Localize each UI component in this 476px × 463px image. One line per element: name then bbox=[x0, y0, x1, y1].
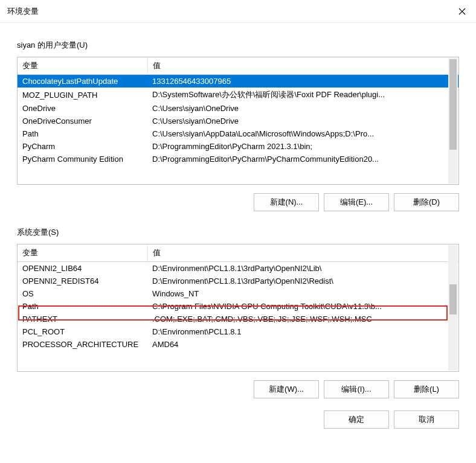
table-row[interactable]: OneDriveConsumerC:\Users\siyan\OneDrive bbox=[18, 115, 458, 127]
cell-variable: PROCESSOR_IDENTIFIER bbox=[18, 351, 147, 355]
cell-variable: OneDriveConsumer bbox=[18, 115, 147, 127]
dialog-title: 环境变量 bbox=[7, 6, 39, 17]
table-row[interactable]: PyCharm Community EditionD:\ProgrammingE… bbox=[18, 153, 458, 165]
table-row[interactable]: OPENNI2_REDIST64D:\Environment\PCL1.8.1\… bbox=[18, 275, 458, 287]
cell-value bbox=[147, 351, 458, 355]
table-row[interactable]: PathC:\Users\siyan\AppData\Local\Microso… bbox=[18, 127, 458, 140]
system-vars-table-wrap: 变量 值 OPENNI2_LIB64D:\Environment\PCL1.8.… bbox=[17, 244, 459, 372]
col-variable[interactable]: 变量 bbox=[18, 57, 147, 75]
table-row[interactable]: ChocolateyLastPathUpdate1331265464330079… bbox=[18, 75, 458, 88]
title-bar: 环境变量 bbox=[0, 0, 476, 23]
cell-value: AMD64 bbox=[147, 338, 458, 351]
cell-variable: OneDrive bbox=[18, 102, 147, 115]
cell-variable: PCL_ROOT bbox=[18, 325, 147, 338]
system-vars-table[interactable]: 变量 值 OPENNI2_LIB64D:\Environment\PCL1.8.… bbox=[18, 244, 458, 355]
ok-button[interactable]: 确定 bbox=[324, 410, 389, 429]
user-new-button[interactable]: 新建(N)... bbox=[254, 193, 319, 211]
cancel-button[interactable]: 取消 bbox=[394, 410, 459, 429]
sys-scroll-thumb[interactable] bbox=[449, 284, 457, 315]
cell-value bbox=[147, 165, 458, 168]
user-scroll-thumb[interactable] bbox=[449, 59, 457, 150]
table-row[interactable]: PROCESSOR_ARCHITECTUREAMD64 bbox=[18, 338, 458, 351]
table-row[interactable]: MOZ_PLUGIN_PATHD:\SystemSoftware\办公软件\福昕… bbox=[18, 88, 458, 102]
user-vars-table-wrap: 变量 值 ChocolateyLastPathUpdate13312654643… bbox=[17, 57, 459, 185]
cell-value: C:\Program Files\NVIDIA GPU Computing To… bbox=[147, 300, 458, 313]
col-variable[interactable]: 变量 bbox=[18, 244, 147, 262]
col-value[interactable]: 值 bbox=[147, 244, 458, 262]
user-scrollbar[interactable] bbox=[448, 58, 458, 184]
dialog-actions: 确定 取消 bbox=[0, 410, 476, 439]
col-value[interactable]: 值 bbox=[147, 57, 458, 75]
user-buttons: 新建(N)... 编辑(E)... 删除(D) bbox=[17, 193, 459, 211]
cell-variable: PyCharm Community Edition bbox=[18, 153, 147, 165]
table-row[interactable]: PATHEXT.COM;.EXE;.BAT;.CMD;.VBS;.VBE;.JS… bbox=[18, 313, 458, 325]
table-row[interactable]: PROCESSOR_IDENTIFIER bbox=[18, 351, 458, 355]
cell-variable: MOZ_PLUGIN_PATH bbox=[18, 88, 147, 102]
cell-value: .COM;.EXE;.BAT;.CMD;.VBS;.VBE;.JS;.JSE;.… bbox=[147, 313, 458, 325]
cell-variable: PROCESSOR_ARCHITECTURE bbox=[18, 338, 147, 351]
cell-value: C:\Users\siyan\AppData\Local\Microsoft\W… bbox=[147, 127, 458, 140]
user-vars-label: siyan 的用户变量(U) bbox=[17, 40, 459, 51]
cell-value: D:\Environment\PCL1.8.1\3rdParty\OpenNI2… bbox=[147, 262, 458, 275]
close-icon bbox=[458, 8, 466, 15]
cell-variable: TEMP bbox=[18, 165, 147, 168]
table-row[interactable]: PCL_ROOTD:\Environment\PCL1.8.1 bbox=[18, 325, 458, 338]
system-vars-label: 系统变量(S) bbox=[17, 227, 459, 238]
sys-delete-button[interactable]: 删除(L) bbox=[394, 380, 459, 398]
cell-value: C:\Users\siyan\OneDrive bbox=[147, 102, 458, 115]
close-button[interactable] bbox=[448, 0, 476, 23]
cell-value: D:\ProgrammingEditor\PyCharm 2021.3.1\bi… bbox=[147, 140, 458, 153]
cell-variable: ChocolateyLastPathUpdate bbox=[18, 75, 147, 88]
user-vars-table[interactable]: 变量 值 ChocolateyLastPathUpdate13312654643… bbox=[18, 57, 458, 168]
sys-new-button[interactable]: 新建(W)... bbox=[254, 380, 319, 398]
cell-variable: Path bbox=[18, 300, 147, 313]
cell-value: D:\SystemSoftware\办公软件\福昕阅读器\Foxit PDF R… bbox=[147, 88, 458, 102]
cell-value: D:\Environment\PCL1.8.1\3rdParty\OpenNI2… bbox=[147, 275, 458, 287]
table-row[interactable]: PathC:\Program Files\NVIDIA GPU Computin… bbox=[18, 300, 458, 313]
table-row[interactable]: OneDriveC:\Users\siyan\OneDrive bbox=[18, 102, 458, 115]
table-row[interactable]: TEMP bbox=[18, 165, 458, 168]
user-delete-button[interactable]: 删除(D) bbox=[394, 193, 459, 211]
table-header-row: 变量 值 bbox=[18, 244, 458, 262]
cell-variable: OS bbox=[18, 287, 147, 300]
cell-value: C:\Users\siyan\OneDrive bbox=[147, 115, 458, 127]
cell-variable: PyCharm bbox=[18, 140, 147, 153]
cell-value: D:\ProgrammingEditor\PyCharm\PyCharmComm… bbox=[147, 153, 458, 165]
table-row[interactable]: OPENNI2_LIB64D:\Environment\PCL1.8.1\3rd… bbox=[18, 262, 458, 275]
table-row[interactable]: PyCharmD:\ProgrammingEditor\PyCharm 2021… bbox=[18, 140, 458, 153]
user-edit-button[interactable]: 编辑(E)... bbox=[324, 193, 389, 211]
system-buttons: 新建(W)... 编辑(I)... 删除(L) bbox=[17, 380, 459, 398]
cell-value: 133126546433007965 bbox=[147, 75, 458, 88]
sys-scrollbar[interactable] bbox=[448, 245, 458, 371]
cell-value: Windows_NT bbox=[147, 287, 458, 300]
cell-variable: Path bbox=[18, 127, 147, 140]
table-row[interactable]: OSWindows_NT bbox=[18, 287, 458, 300]
cell-variable: OPENNI2_REDIST64 bbox=[18, 275, 147, 287]
cell-variable: PATHEXT bbox=[18, 313, 147, 325]
cell-value: D:\Environment\PCL1.8.1 bbox=[147, 325, 458, 338]
sys-edit-button[interactable]: 编辑(I)... bbox=[324, 380, 389, 398]
table-header-row: 变量 值 bbox=[18, 57, 458, 75]
cell-variable: OPENNI2_LIB64 bbox=[18, 262, 147, 275]
